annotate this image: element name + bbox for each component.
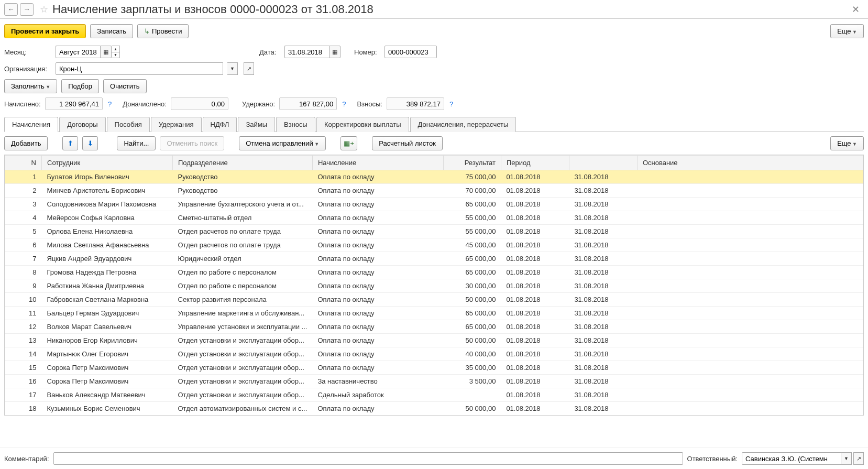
- favorite-star-icon[interactable]: ☆: [40, 4, 48, 15]
- table-row[interactable]: 13Никаноров Егор КирилловичОтдел установ…: [5, 334, 863, 347]
- cell-calc: Оплата по окладу: [312, 279, 443, 293]
- cell-dept: Отдел установки и эксплуатации обор...: [173, 361, 313, 375]
- tab-contracts[interactable]: Договоры: [59, 117, 105, 132]
- table-row[interactable]: 10Габровская Светлана МарковнаСектор раз…: [5, 293, 863, 307]
- table-row[interactable]: 14Мартынюк Олег ЕгоровичОтдел установки …: [5, 347, 863, 361]
- table-row[interactable]: 7Яцкив Андрей ЭдуардовичЮридический отде…: [5, 252, 863, 266]
- responsible-input[interactable]: [742, 452, 841, 465]
- tab-recalc[interactable]: Доначисления, перерасчеты: [410, 117, 517, 132]
- month-input[interactable]: [56, 46, 100, 58]
- chevron-down-icon[interactable]: ▼: [841, 452, 852, 465]
- cell-period-from: 01.08.2018: [501, 225, 569, 238]
- cell-dept: Юридический отдел: [173, 252, 313, 266]
- table-row[interactable]: 17Ваньков Александр МатвеевичОтдел устан…: [5, 388, 863, 402]
- cell-result: 40 000,00: [443, 347, 501, 361]
- tab-withholdings[interactable]: Удержания: [151, 117, 202, 132]
- table-row[interactable]: 6Милова Светлана АфанасьевнаОтдел расчет…: [5, 238, 863, 252]
- org-input[interactable]: [56, 62, 223, 75]
- table-more-button[interactable]: Еще: [830, 136, 864, 150]
- help-icon[interactable]: ?: [449, 100, 453, 108]
- cell-period-from: 01.08.2018: [501, 211, 569, 225]
- header-n[interactable]: N: [5, 156, 42, 170]
- cell-employee: Габровская Светлана Марковна: [42, 293, 173, 307]
- move-down-button[interactable]: ⬇: [82, 136, 98, 150]
- table-row[interactable]: 18Кузьминых Борис СеменовичОтдел автомат…: [5, 402, 863, 416]
- cell-basis: [637, 198, 863, 211]
- cell-dept: Отдел автоматизированных систем и с...: [173, 402, 313, 416]
- move-up-button[interactable]: ⬆: [62, 136, 78, 150]
- cell-basis: [637, 307, 863, 320]
- help-icon[interactable]: ?: [108, 100, 112, 108]
- table-row[interactable]: 2Минчев Аристотель БорисовичРуководствоО…: [5, 184, 863, 198]
- nav-back-button[interactable]: ←: [4, 3, 18, 16]
- fill-button[interactable]: Заполнить: [4, 79, 57, 93]
- table-row[interactable]: 11Бальцер Герман ЭдуардовичУправление ма…: [5, 307, 863, 320]
- cancel-fix-button[interactable]: Отмена исправлений: [239, 136, 326, 150]
- open-ref-icon[interactable]: ↗: [244, 62, 254, 75]
- cell-period-from: 01.08.2018: [501, 375, 569, 388]
- cell-employee: Орлова Елена Николаевна: [42, 225, 173, 238]
- cell-calc: Оплата по окладу: [312, 402, 443, 416]
- table-row[interactable]: 12Волков Марат СавельевичУправление уста…: [5, 320, 863, 334]
- pick-button[interactable]: Подбор: [61, 79, 99, 93]
- tab-accruals[interactable]: Начисления: [4, 117, 58, 132]
- comment-input[interactable]: [53, 452, 683, 465]
- table-row[interactable]: 5Орлова Елена НиколаевнаОтдел расчетов п…: [5, 225, 863, 238]
- number-label: Номер:: [354, 48, 380, 56]
- cell-period-to: 31.08.2018: [569, 225, 637, 238]
- cell-period-from: 01.08.2018: [501, 307, 569, 320]
- table-row[interactable]: 8Громова Надежда ПетровнаОтдел по работе…: [5, 266, 863, 279]
- tab-adjust[interactable]: Корректировки выплаты: [316, 117, 409, 132]
- cell-calc: Оплата по окладу: [312, 211, 443, 225]
- header-basis[interactable]: Основание: [637, 156, 863, 170]
- table-row[interactable]: 9Работкина Жанна ДмитриевнаОтдел по рабо…: [5, 279, 863, 293]
- date-input[interactable]: [284, 46, 329, 58]
- header-result[interactable]: Результат: [443, 156, 501, 170]
- cell-period-from: 01.08.2018: [501, 279, 569, 293]
- calendar-icon[interactable]: ▦: [100, 46, 112, 58]
- save-button[interactable]: Записать: [90, 24, 133, 38]
- add-button[interactable]: Добавить: [4, 136, 48, 150]
- header-period[interactable]: Период: [501, 156, 569, 170]
- responsible-group: ▼ ↗: [742, 452, 864, 465]
- find-button[interactable]: Найти...: [117, 136, 156, 150]
- accrued-label: Начислено:: [4, 100, 41, 108]
- cell-employee: Солодовникова Мария Пахомовна: [42, 198, 173, 211]
- number-input[interactable]: [384, 46, 437, 58]
- table-row[interactable]: 3Солодовникова Мария ПахомовнаУправление…: [5, 198, 863, 211]
- clear-button[interactable]: Очистить: [103, 79, 147, 93]
- table-row[interactable]: 1Булатов Игорь ВиленовичРуководствоОплат…: [5, 170, 863, 184]
- post-and-close-button[interactable]: Провести и закрыть: [4, 24, 86, 38]
- month-spin[interactable]: ▲▼: [112, 46, 120, 58]
- withheld-label: Удержано:: [242, 100, 275, 108]
- header-calc[interactable]: Начисление: [312, 156, 443, 170]
- tab-loans[interactable]: Займы: [238, 117, 275, 132]
- open-ref-icon[interactable]: ↗: [853, 452, 864, 465]
- cell-dept: Отдел установки и эксплуатации обор...: [173, 334, 313, 347]
- cell-n: 7: [5, 252, 42, 266]
- cell-period-from: 01.08.2018: [501, 320, 569, 334]
- header-employee[interactable]: Сотрудник: [42, 156, 173, 170]
- table-row[interactable]: 4Мейерсон Софья КарловнаСметно-штатный о…: [5, 211, 863, 225]
- tab-contributions[interactable]: Взносы: [276, 117, 315, 132]
- payslip-button[interactable]: Расчетный листок: [372, 136, 443, 150]
- chevron-down-icon[interactable]: ▼: [227, 62, 238, 75]
- post-button[interactable]: ↳ Провести: [137, 24, 189, 38]
- calendar-icon[interactable]: ▦: [329, 46, 340, 58]
- tab-benefits[interactable]: Пособия: [107, 117, 150, 132]
- header-dept[interactable]: Подразделение: [173, 156, 313, 170]
- close-icon[interactable]: ✕: [848, 4, 864, 15]
- header-period2[interactable]: [569, 156, 637, 170]
- columns-settings-button[interactable]: ▦+: [340, 136, 357, 150]
- tab-ndfl[interactable]: НДФЛ: [203, 117, 237, 132]
- cell-n: 15: [5, 361, 42, 375]
- more-button[interactable]: Еще: [830, 24, 864, 38]
- nav-forward-button[interactable]: →: [20, 3, 34, 16]
- cell-dept: Отдел расчетов по оплате труда: [173, 225, 313, 238]
- table-row[interactable]: 16Сорока Петр МаксимовичОтдел установки …: [5, 375, 863, 388]
- table-row[interactable]: 15Сорока Петр МаксимовичОтдел установки …: [5, 361, 863, 375]
- cell-period-to: 31.08.2018: [569, 266, 637, 279]
- help-icon[interactable]: ?: [342, 100, 346, 108]
- table-scroll-area[interactable]: N Сотрудник Подразделение Начисление Рез…: [5, 155, 863, 415]
- cell-period-to: 31.08.2018: [569, 238, 637, 252]
